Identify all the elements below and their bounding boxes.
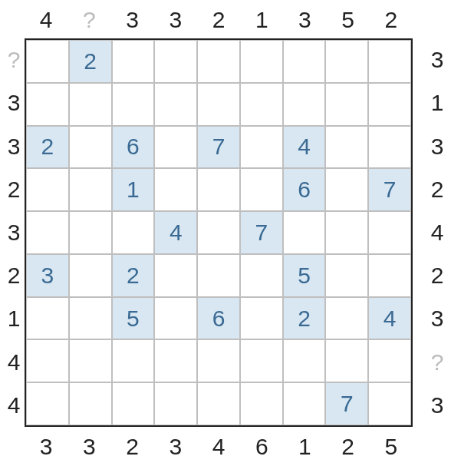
- cell-r3-c8[interactable]: 7: [368, 168, 411, 211]
- cell-r5-c7[interactable]: [325, 254, 368, 297]
- clue-left-3: 2: [0, 168, 35, 211]
- cell-r2-c1[interactable]: [69, 126, 112, 169]
- clue-left-4: 3: [0, 211, 35, 254]
- clue-right-4: 4: [416, 211, 451, 254]
- cell-r7-c1[interactable]: [69, 339, 112, 382]
- cell-r6-c1[interactable]: [69, 297, 112, 340]
- clue-bottom-3: 3: [154, 425, 197, 468]
- cell-r2-c6[interactable]: 4: [283, 126, 326, 169]
- cell-r5-c1[interactable]: [69, 254, 112, 297]
- clue-right-8: 3: [416, 384, 451, 427]
- cell-r3-c7[interactable]: [325, 168, 368, 211]
- cell-r2-c5[interactable]: [240, 126, 283, 169]
- clue-top-2: 3: [110, 0, 153, 41]
- cell-r8-c1[interactable]: [69, 382, 112, 425]
- cell-r7-c6[interactable]: [283, 339, 326, 382]
- cell-r8-c7[interactable]: 7: [325, 382, 368, 425]
- cell-r0-c1[interactable]: 2: [69, 40, 112, 83]
- clue-bottom-6: 1: [283, 425, 326, 468]
- clue-top-5: 1: [240, 0, 283, 41]
- cell-r1-c8[interactable]: [368, 83, 411, 126]
- cell-r3-c6[interactable]: 6: [283, 168, 326, 211]
- cell-r0-c5[interactable]: [240, 40, 283, 83]
- cell-r0-c3[interactable]: [154, 40, 197, 83]
- cell-r6-c2[interactable]: 5: [112, 297, 155, 340]
- cell-r4-c5[interactable]: 7: [240, 211, 283, 254]
- cell-r5-c8[interactable]: [368, 254, 411, 297]
- cell-r1-c7[interactable]: [325, 83, 368, 126]
- cell-r8-c4[interactable]: [197, 382, 240, 425]
- cell-r3-c5[interactable]: [240, 168, 283, 211]
- cell-r5-c2[interactable]: 2: [112, 254, 155, 297]
- cell-r6-c3[interactable]: [154, 297, 197, 340]
- cell-r6-c4[interactable]: 6: [197, 297, 240, 340]
- clue-left-7: 4: [0, 341, 35, 384]
- clue-right-7: ?: [416, 341, 451, 384]
- cell-r4-c4[interactable]: [197, 211, 240, 254]
- cell-r7-c4[interactable]: [197, 339, 240, 382]
- cell-r8-c6[interactable]: [283, 382, 326, 425]
- skyscraper-puzzle: 226741674732556247 4?3321352332346125?33…: [0, 0, 451, 476]
- clue-bottom-7: 2: [327, 425, 370, 468]
- cell-r2-c7[interactable]: [325, 126, 368, 169]
- clue-bottom-8: 5: [370, 425, 413, 468]
- cell-r4-c7[interactable]: [325, 211, 368, 254]
- cell-r4-c6[interactable]: [283, 211, 326, 254]
- clue-right-0: 3: [416, 38, 451, 81]
- cell-r3-c1[interactable]: [69, 168, 112, 211]
- clue-top-8: 2: [370, 0, 413, 41]
- clue-top-1: ?: [67, 0, 110, 41]
- cell-r6-c6[interactable]: 2: [283, 297, 326, 340]
- cell-r1-c5[interactable]: [240, 83, 283, 126]
- cell-r4-c3[interactable]: 4: [154, 211, 197, 254]
- clue-right-1: 1: [416, 81, 451, 124]
- cell-r1-c2[interactable]: [112, 83, 155, 126]
- cell-r8-c8[interactable]: [368, 382, 411, 425]
- cell-r2-c8[interactable]: [368, 126, 411, 169]
- cell-r0-c2[interactable]: [112, 40, 155, 83]
- cell-r5-c5[interactable]: [240, 254, 283, 297]
- cell-r5-c3[interactable]: [154, 254, 197, 297]
- clue-bottom-0: 3: [25, 425, 67, 468]
- cell-r5-c6[interactable]: 5: [283, 254, 326, 297]
- cell-r6-c8[interactable]: 4: [368, 297, 411, 340]
- clue-left-1: 3: [0, 81, 35, 124]
- clue-left-6: 1: [0, 297, 35, 340]
- cell-r1-c1[interactable]: [69, 83, 112, 126]
- clue-right-3: 2: [416, 168, 451, 211]
- cell-r8-c2[interactable]: [112, 382, 155, 425]
- cell-r6-c7[interactable]: [325, 297, 368, 340]
- cell-r0-c7[interactable]: [325, 40, 368, 83]
- cell-r5-c4[interactable]: [197, 254, 240, 297]
- cell-r2-c3[interactable]: [154, 126, 197, 169]
- cell-r4-c2[interactable]: [112, 211, 155, 254]
- cell-r1-c6[interactable]: [283, 83, 326, 126]
- cell-r4-c8[interactable]: [368, 211, 411, 254]
- clue-left-8: 4: [0, 384, 35, 427]
- clue-top-7: 5: [327, 0, 370, 41]
- cell-r6-c5[interactable]: [240, 297, 283, 340]
- puzzle-grid: 226741674732556247: [25, 38, 413, 427]
- cell-r2-c2[interactable]: 6: [112, 126, 155, 169]
- cell-r7-c2[interactable]: [112, 339, 155, 382]
- clue-top-4: 2: [197, 0, 240, 41]
- cell-r7-c3[interactable]: [154, 339, 197, 382]
- cell-r8-c5[interactable]: [240, 382, 283, 425]
- cell-r3-c4[interactable]: [197, 168, 240, 211]
- cell-r0-c8[interactable]: [368, 40, 411, 83]
- cell-r7-c7[interactable]: [325, 339, 368, 382]
- clue-top-3: 3: [154, 0, 197, 41]
- cell-r1-c4[interactable]: [197, 83, 240, 126]
- cell-r7-c5[interactable]: [240, 339, 283, 382]
- cell-r2-c4[interactable]: 7: [197, 126, 240, 169]
- cell-r0-c4[interactable]: [197, 40, 240, 83]
- clue-left-5: 2: [0, 254, 35, 297]
- cell-r8-c3[interactable]: [154, 382, 197, 425]
- cell-r3-c3[interactable]: [154, 168, 197, 211]
- cell-r4-c1[interactable]: [69, 211, 112, 254]
- cell-r0-c6[interactable]: [283, 40, 326, 83]
- cell-r3-c2[interactable]: 1: [112, 168, 155, 211]
- cell-r1-c3[interactable]: [154, 83, 197, 126]
- clue-top-0: 4: [25, 0, 67, 41]
- cell-r7-c8[interactable]: [368, 339, 411, 382]
